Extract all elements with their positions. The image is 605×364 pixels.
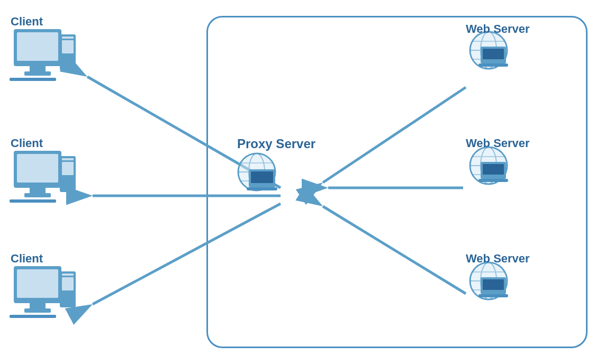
svg-rect-18 <box>10 199 56 203</box>
client3-label: Client <box>11 252 43 266</box>
svg-rect-8 <box>62 37 74 39</box>
svg-rect-21 <box>30 303 46 308</box>
svg-rect-22 <box>24 308 51 313</box>
svg-rect-15 <box>60 156 76 192</box>
client3-icon <box>10 266 76 318</box>
proxy-diagram: Client Client Client Web Server Web Serv… <box>0 0 605 364</box>
svg-rect-17 <box>62 162 74 175</box>
svg-rect-11 <box>14 151 61 188</box>
svg-rect-4 <box>17 32 58 61</box>
client2-icon <box>10 151 76 203</box>
svg-rect-24 <box>62 274 74 276</box>
client1-label: Client <box>11 15 43 29</box>
svg-rect-5 <box>30 66 46 71</box>
svg-rect-25 <box>62 277 74 290</box>
svg-rect-19 <box>14 266 61 303</box>
web-server1-label: Web Server <box>466 22 530 36</box>
svg-rect-9 <box>62 40 74 53</box>
server-box <box>206 16 588 348</box>
svg-rect-3 <box>14 29 61 66</box>
svg-rect-26 <box>10 315 56 318</box>
svg-rect-14 <box>24 193 51 197</box>
svg-rect-16 <box>62 158 74 160</box>
svg-rect-12 <box>17 154 58 183</box>
svg-rect-6 <box>24 71 51 76</box>
web-server2-label: Web Server <box>466 136 530 150</box>
svg-rect-7 <box>60 34 76 70</box>
client2-label: Client <box>11 136 43 150</box>
svg-rect-23 <box>60 271 76 307</box>
svg-rect-20 <box>17 269 58 298</box>
svg-rect-10 <box>10 78 56 81</box>
proxy-server-label: Proxy Server <box>237 136 315 151</box>
client1-icon <box>10 29 76 81</box>
web-server3-label: Web Server <box>466 252 530 266</box>
svg-rect-13 <box>30 188 46 193</box>
